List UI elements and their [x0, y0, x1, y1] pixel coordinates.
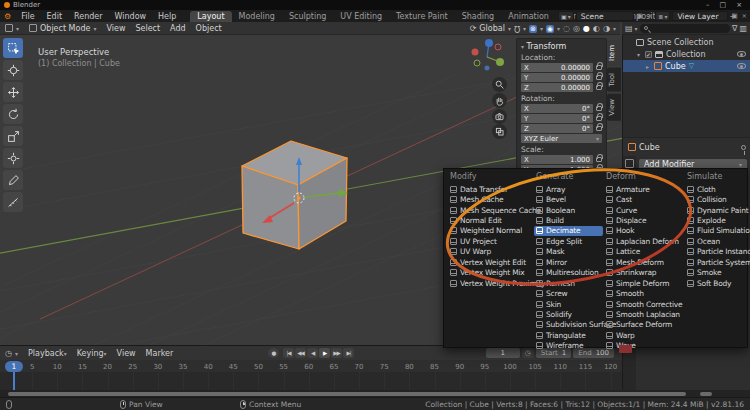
lock-icon[interactable] — [596, 157, 602, 162]
timeline-editor-type-button[interactable]: ◷▾ — [0, 349, 23, 358]
material-shading-icon[interactable]: ◐ — [593, 24, 600, 33]
modifier-item-data-transfer[interactable]: Data Transfer — [448, 184, 532, 194]
unlink-scene-icon[interactable]: × — [646, 12, 653, 20]
modifier-item-fluid-simulation[interactable]: Fluid Simulation — [685, 226, 747, 236]
navigation-gizmo[interactable] — [468, 35, 512, 75]
keying-clock-icon[interactable]: ◷ — [522, 348, 534, 358]
modifier-item-hook[interactable]: Hook — [604, 226, 683, 236]
view-layer-selector[interactable]: View Layer — [672, 11, 728, 21]
modifier-item-vertex-weight-edit[interactable]: Vertex Weight Edit — [448, 257, 532, 267]
eye-icon[interactable] — [737, 63, 746, 69]
outliner-row-scene-collection[interactable]: Scene Collection — [623, 36, 750, 48]
lock-icon[interactable] — [596, 65, 602, 70]
modifier-item-decimate[interactable]: Decimate — [534, 226, 603, 236]
modifier-item-shrinkwrap[interactable]: Shrinkwrap — [604, 268, 683, 278]
modifier-item-mesh-sequence-cache[interactable]: Mesh Sequence Cache — [448, 205, 532, 215]
modifier-item-curve[interactable]: Curve — [604, 205, 683, 215]
camera-view-button[interactable] — [492, 109, 507, 124]
modifier-item-mask[interactable]: Mask — [534, 247, 603, 257]
prev-key-button[interactable]: ◀◀ — [295, 348, 306, 358]
tool-tab-icon[interactable] — [625, 159, 634, 168]
location-y-field[interactable]: Y0.00000 — [521, 73, 593, 82]
rendered-shading-icon[interactable]: ◑ — [603, 24, 610, 33]
solid-shading-icon[interactable]: ● — [583, 24, 590, 33]
modifier-item-smooth-corrective[interactable]: Smooth Corrective — [604, 299, 683, 309]
outliner-row-collection[interactable]: ▾✓Collection — [623, 48, 750, 60]
viewport-menu-view[interactable]: View — [101, 24, 130, 33]
modifier-item-mirror[interactable]: Mirror — [534, 257, 603, 267]
disclosure-icon[interactable]: ▸ — [644, 63, 651, 70]
y-axis-ball[interactable] — [496, 58, 504, 66]
modifier-item-uv-warp[interactable]: UV Warp — [448, 247, 532, 257]
remove-view-layer-icon[interactable]: × — [741, 12, 748, 20]
workspace-tab-animation[interactable]: Animation — [501, 11, 556, 22]
workspace-tab-sculpting[interactable]: Sculpting — [282, 11, 333, 22]
scrollbar-nub[interactable] — [700, 392, 712, 396]
modifier-item-wave[interactable]: Wave — [604, 341, 683, 351]
playhead[interactable]: 1 — [5, 361, 23, 372]
scale-x-field[interactable]: X1.000 — [521, 155, 593, 164]
blender-menu-icon[interactable]: ⚙ — [0, 12, 15, 21]
modifier-item-surface-deform[interactable]: Surface Deform — [604, 320, 683, 330]
menubar-file[interactable]: File — [15, 12, 40, 21]
pan-view-button[interactable] — [492, 93, 507, 108]
sidebar-tab-tool[interactable]: Tool — [607, 68, 621, 92]
modifier-item-smooth-laplacian[interactable]: Smooth Laplacian — [604, 309, 683, 319]
x-axis-ball[interactable] — [472, 49, 479, 56]
scene-icon[interactable]: ▣▾ — [558, 11, 574, 21]
falloff-icon[interactable]: ◉ — [546, 25, 554, 33]
modifier-item-simple-deform[interactable]: Simple Deform — [604, 278, 683, 288]
menubar-window[interactable]: Window — [109, 12, 153, 21]
jump-start-button[interactable]: |◀ — [283, 348, 294, 358]
modifier-item-uv-project[interactable]: UV Project — [448, 236, 532, 246]
modifier-item-smoke[interactable]: Smoke — [685, 268, 747, 278]
measure-tool-button[interactable] — [3, 192, 23, 212]
modifier-item-warp[interactable]: Warp — [604, 330, 683, 340]
play-reverse-button[interactable]: ◀ — [307, 348, 318, 358]
orientation-label[interactable]: Global — [479, 24, 505, 33]
pin-icon[interactable] — [741, 145, 746, 150]
modifier-item-mesh-deform[interactable]: Mesh Deform — [604, 257, 683, 267]
lock-icon[interactable] — [596, 75, 602, 80]
modifier-item-multiresolution[interactable]: Multiresolution — [534, 268, 603, 278]
perspective-view-button[interactable] — [492, 124, 507, 139]
cursor-tool-button[interactable] — [3, 60, 23, 80]
minimize-button[interactable]: – — [706, 1, 710, 9]
modifier-item-array[interactable]: Array — [534, 184, 603, 194]
jump-end-button[interactable]: ▶| — [343, 348, 354, 358]
menubar-edit[interactable]: Edit — [41, 12, 69, 21]
rotate-tool-button[interactable] — [3, 104, 23, 124]
timeline-menu-view[interactable]: View — [112, 349, 141, 358]
modifier-item-lattice[interactable]: Lattice — [604, 247, 683, 257]
modifier-item-displace[interactable]: Displace — [604, 215, 683, 225]
modifier-item-cast[interactable]: Cast — [604, 194, 683, 204]
timeline-menu-keying[interactable]: Keying▾ — [72, 349, 112, 358]
timeline-menu-marker[interactable]: Marker — [141, 349, 179, 358]
timeline-menu-playback[interactable]: Playback▾ — [23, 349, 72, 358]
modifier-item-laplacian-deform[interactable]: Laplacian Deform — [604, 236, 683, 246]
modifier-item-build[interactable]: Build — [534, 215, 603, 225]
scale-tool-button[interactable] — [3, 126, 23, 146]
modifier-item-cloth[interactable]: Cloth — [685, 184, 747, 194]
view-layer-icon[interactable]: ≣▾ — [655, 11, 670, 21]
lock-icon[interactable] — [596, 116, 602, 121]
transform-panel-header[interactable]: ▾ Transform — [521, 42, 602, 51]
lock-icon[interactable] — [596, 126, 602, 131]
modifier-item-vertex-weight-mix[interactable]: Vertex Weight Mix — [448, 268, 532, 278]
proportional-editing-icon[interactable]: ⊗ — [529, 25, 537, 33]
modifier-item-remesh[interactable]: Remesh — [534, 278, 603, 288]
location-z-field[interactable]: Z0.00000 — [521, 83, 593, 92]
modifier-item-skin[interactable]: Skin — [534, 299, 603, 309]
location-x-field[interactable]: X0.00000 — [521, 63, 593, 72]
scene-selector[interactable]: Scene — [576, 11, 634, 21]
workspace-tab-texture-paint[interactable]: Texture Paint — [389, 11, 455, 22]
outliner-options-icon[interactable]: ▥ — [739, 24, 747, 33]
workspace-tab-uv-editing[interactable]: UV Editing — [333, 11, 389, 22]
modifier-item-subdivision-surface[interactable]: Subdivision Surface — [534, 320, 603, 330]
timeline-scrollbar[interactable] — [0, 390, 750, 397]
modifier-item-solidify[interactable]: Solidify — [534, 309, 603, 319]
rotation-z-field[interactable]: Z0° — [521, 124, 593, 133]
next-key-button[interactable]: ▶▶ — [331, 348, 342, 358]
move-tool-button[interactable] — [3, 82, 23, 102]
outliner-row-cube[interactable]: ▸Cube▽ — [623, 60, 750, 72]
